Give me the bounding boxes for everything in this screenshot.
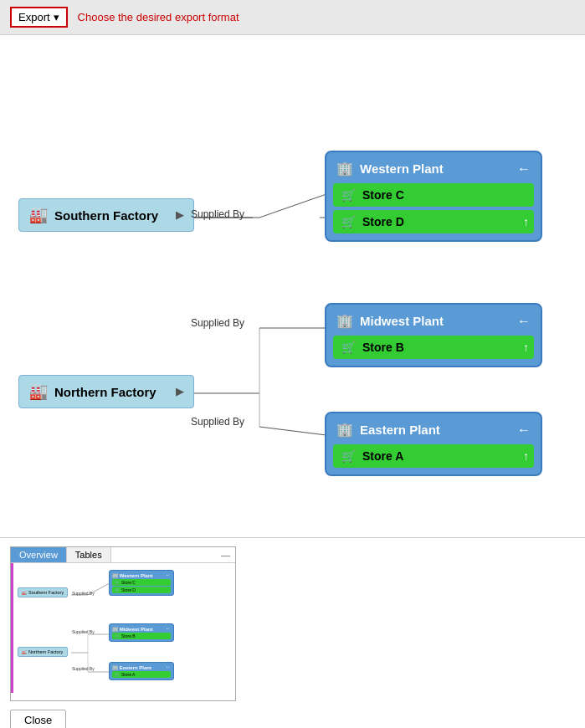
mini-supplied-3: Supplied By — [72, 666, 95, 671]
store-a-node[interactable]: 🛒 Store A ↑ — [333, 444, 534, 468]
supplied-by-label-1: Supplied By — [191, 208, 244, 220]
southern-factory-node[interactable]: 🏭 Southern Factory ▶ — [18, 198, 194, 232]
export-button[interactable]: Export ▾ — [10, 7, 68, 28]
mini-tab-tables[interactable]: Tables — [67, 547, 111, 562]
export-hint: Choose the desired export format — [78, 11, 239, 23]
eastern-plant-header: 🏢 Eastern Plant ← — [333, 420, 534, 439]
supplied-by-label-2: Supplied By — [191, 317, 244, 329]
mini-supplied-2: Supplied By — [72, 629, 95, 634]
store-d-node[interactable]: 🛒 Store D ↑ — [333, 210, 534, 233]
mini-tabs: Overview Tables — — [11, 547, 235, 563]
mini-left-bar — [11, 563, 13, 693]
midwest-plant-group: 🏢 Midwest Plant ← 🛒 Store B ↑ — [325, 303, 542, 367]
store-a-label: Store A — [362, 449, 403, 463]
mini-northern-factory: 🏭 Northern Factory — [18, 647, 68, 657]
store-b-node[interactable]: 🛒 Store B ↑ — [333, 336, 534, 359]
svg-line-3 — [259, 194, 326, 218]
eastern-plant-label: Eastern Plant — [360, 423, 440, 437]
midwest-plant-header: 🏢 Midwest Plant ← — [333, 311, 534, 331]
western-plant-header: 🏢 Western Plant ← — [333, 159, 534, 178]
store-b-label: Store B — [362, 341, 404, 354]
store-a-up-arrow: ↑ — [523, 449, 529, 463]
northern-factory-node[interactable]: 🏭 Northern Factory ▶ — [18, 375, 194, 408]
store-c-label: Store C — [362, 188, 404, 202]
midwest-plant-icon: 🏢 — [336, 313, 353, 329]
southern-factory-arrow: ▶ — [176, 209, 183, 221]
midwest-plant-back-arrow: ← — [517, 314, 531, 329]
store-a-cart-icon: 🛒 — [341, 449, 356, 463]
western-plant-icon: 🏢 — [336, 161, 353, 177]
store-b-cart-icon: 🛒 — [341, 341, 356, 354]
mini-supplied-1: Supplied By — [72, 591, 95, 596]
mini-southern-factory: 🏭 Southern Factory — [18, 587, 68, 597]
store-d-up-arrow: ↑ — [523, 215, 529, 228]
northern-factory-label: Northern Factory — [54, 385, 157, 399]
close-button[interactable]: Close — [10, 710, 66, 728]
store-d-cart-icon: 🛒 — [341, 215, 356, 228]
mini-canvas: 🏭 Southern Factory Supplied By Supplied … — [11, 563, 235, 693]
store-d-label: Store D — [362, 215, 404, 228]
western-plant-back-arrow: ← — [517, 161, 531, 177]
western-plant-label: Western Plant — [360, 161, 444, 176]
store-c-cart-icon: 🛒 — [341, 188, 356, 202]
mini-western-plant: 🏢 Western Plant ← 🛒 Store C 🛒 Store D — [109, 570, 174, 596]
export-dropdown-arrow: ▾ — [54, 11, 59, 23]
store-b-up-arrow: ↑ — [523, 341, 529, 354]
eastern-plant-icon: 🏢 — [336, 422, 353, 438]
northern-factory-arrow: ▶ — [176, 386, 183, 397]
main-canvas: 🏭 Southern Factory ▶ Supplied By 🏢 Weste… — [0, 35, 585, 537]
northern-factory-icon: 🏭 — [29, 382, 48, 401]
close-button-label: Close — [24, 714, 52, 726]
supplied-by-label-3: Supplied By — [191, 416, 244, 428]
mini-map-close-icon[interactable]: — — [216, 547, 235, 562]
mini-midwest-plant: 🏢 Midwest Plant ← 🛒 Store B — [109, 623, 174, 642]
eastern-plant-group: 🏢 Eastern Plant ← 🛒 Store A ↑ — [325, 412, 542, 476]
export-label: Export — [18, 11, 50, 23]
store-c-node[interactable]: 🛒 Store C — [333, 183, 534, 207]
southern-factory-icon: 🏭 — [29, 206, 48, 224]
eastern-plant-back-arrow: ← — [517, 423, 531, 438]
bottom-panel: Overview Tables — — [0, 537, 585, 728]
mini-eastern-plant: 🏢 Eastern Plant ← 🛒 Store A — [109, 662, 174, 680]
southern-factory-label: Southern Factory — [54, 208, 158, 223]
svg-line-7 — [259, 427, 326, 435]
mini-tab-overview[interactable]: Overview — [11, 547, 67, 562]
toolbar: Export ▾ Choose the desired export forma… — [0, 0, 585, 35]
western-plant-group: 🏢 Western Plant ← 🛒 Store C 🛒 Store D ↑ — [325, 151, 542, 242]
mini-map: Overview Tables — — [10, 546, 236, 701]
midwest-plant-label: Midwest Plant — [360, 314, 444, 328]
